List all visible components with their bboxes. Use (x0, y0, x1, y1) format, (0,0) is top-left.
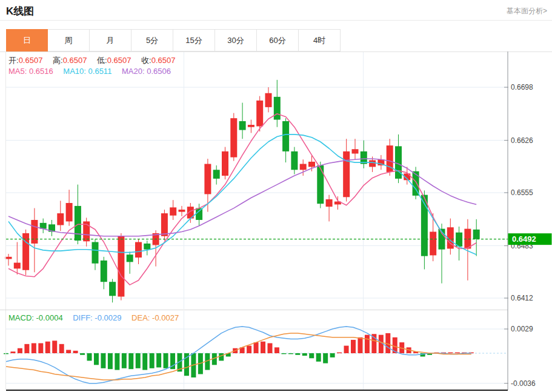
macd-legend: MACD: -0.0004 DIFF: -0.0029 DEA: -0.0027 (8, 313, 187, 322)
kline-chart-canvas[interactable]: 0.66980.66260.65550.64830.64120.0029-0.0… (0, 51, 552, 392)
close-label: 收: (141, 56, 151, 65)
svg-text:0.6492: 0.6492 (512, 234, 536, 244)
ma20-value: 0.6506 (147, 67, 171, 76)
low-label: 低: (97, 56, 107, 65)
diff-label: DIFF: (73, 313, 93, 322)
tab-5min[interactable]: 5分 (131, 29, 173, 51)
macd-value: -0.0004 (36, 313, 63, 322)
page-header: K线图 基本面分析> (0, 0, 552, 21)
macd-lines (6, 327, 471, 384)
high-value: 0.6507 (63, 56, 87, 65)
macd-histogram (4, 333, 474, 377)
ma5-value: 0.6516 (29, 67, 53, 76)
ma5-label: MA5: (8, 67, 27, 76)
candlesticks (5, 80, 480, 302)
ma5-line (8, 114, 476, 285)
fundamental-analysis-link[interactable]: 基本面分析> (507, 6, 547, 16)
ma10-label: MA10: (63, 67, 86, 76)
ohlc-legend: 开:0.6507 高:0.6507 低:0.6507 收:0.6507 (8, 55, 183, 66)
svg-text:0.0029: 0.0029 (511, 325, 533, 333)
open-label: 开: (8, 56, 19, 65)
kline-page: K线图 基本面分析> 日 周 月 5分 15分 30分 60分 4时 0.669… (0, 0, 552, 392)
dea-label: DEA: (131, 313, 150, 322)
period-tabs: 日 周 月 5分 15分 30分 60分 4时 (6, 29, 341, 51)
low-value: 0.6507 (107, 56, 131, 65)
svg-text:0.6698: 0.6698 (511, 83, 533, 91)
svg-text:-0.0036: -0.0036 (511, 379, 536, 388)
close-value: 0.6507 (151, 56, 176, 65)
dea-value: -0.0027 (152, 313, 179, 322)
tab-4hour[interactable]: 4时 (299, 29, 341, 51)
dea-line (6, 333, 471, 380)
tab-day[interactable]: 日 (6, 29, 48, 51)
svg-text:0.6412: 0.6412 (511, 294, 533, 302)
page-title: K线图 (6, 4, 34, 18)
svg-text:0.6555: 0.6555 (511, 188, 533, 197)
ma20-label: MA20: (122, 67, 145, 76)
macd-label: MACD: (8, 313, 34, 322)
last-price-badge: 0.6492 (508, 233, 552, 245)
tab-15min[interactable]: 15分 (173, 29, 215, 51)
chart-area: 0.66980.66260.65550.64830.64120.0029-0.0… (0, 51, 552, 392)
diff-value: -0.0029 (95, 313, 121, 322)
tab-month[interactable]: 月 (90, 29, 131, 51)
ma-lines (8, 114, 476, 285)
tab-30min[interactable]: 30分 (215, 29, 257, 51)
diff-line (6, 327, 471, 384)
tab-week[interactable]: 周 (48, 29, 90, 51)
open-value: 0.6507 (19, 56, 43, 65)
svg-text:0.6626: 0.6626 (511, 136, 533, 145)
high-label: 高: (53, 56, 63, 65)
tab-60min[interactable]: 60分 (257, 29, 299, 51)
ma-legend: MA5: 0.6516 MA10: 0.6511 MA20: 0.6506 (8, 67, 179, 76)
ma10-value: 0.6511 (88, 67, 112, 76)
